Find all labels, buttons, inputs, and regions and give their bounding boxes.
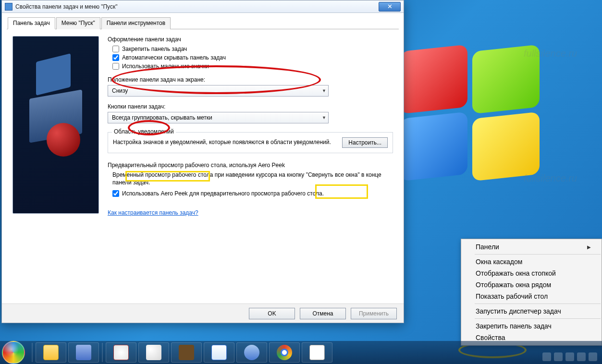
taskbar-separator [32, 343, 33, 362]
menu-lock-taskbar[interactable]: Закрепить панель задач [461, 320, 602, 332]
tab-start-menu[interactable]: Меню "Пуск" [56, 17, 100, 29]
lock-taskbar-label: Закрепить панель задач [122, 46, 187, 52]
dialog-title: Свойства панели задач и меню "Пуск" [15, 3, 376, 10]
taskbar-explorer[interactable] [36, 342, 66, 363]
taskbar-foxit[interactable] [204, 342, 234, 363]
taskbar-paint[interactable] [138, 342, 169, 363]
tab-taskbar[interactable]: Панель задач [8, 17, 55, 29]
tray-icon[interactable] [577, 352, 586, 361]
appearance-title: Оформление панели задач [108, 36, 393, 43]
wallpaper-windows-logo [400, 48, 554, 202]
taskbar-thunderbird[interactable] [236, 342, 267, 363]
tabs: Панель задач Меню "Пуск" Панели инструме… [7, 17, 399, 29]
chevron-down-icon: ▼ [322, 115, 326, 120]
titlebar: Свойства панели задач и меню "Пуск" ✕ [2, 0, 404, 13]
menu-panels[interactable]: Панели▶ [461, 241, 602, 253]
position-value: Снизу [112, 87, 128, 94]
preview-image [12, 36, 99, 214]
taskbar-properties-dialog: Свойства панели задач и меню "Пуск" ✕ Па… [1, 0, 404, 323]
taskbar-context-menu: Панели▶ Окна каскадом Отображать окна ст… [461, 239, 602, 346]
menu-separator [475, 254, 601, 255]
cancel-button[interactable]: Отмена [300, 308, 346, 319]
taskbar-snip[interactable] [106, 342, 136, 363]
small-icons-label: Использовать маленькие значки [122, 63, 209, 70]
autohide-checkbox[interactable] [112, 54, 119, 61]
autohide-label: Автоматически скрывать панель задач [122, 54, 226, 61]
tab-toolbars[interactable]: Панели инструментов [101, 17, 171, 29]
taskbar-app-1[interactable] [68, 342, 99, 363]
close-button[interactable]: ✕ [379, 2, 401, 12]
notification-text: Настройка значков и уведомлений, которые… [113, 139, 337, 146]
position-label: Положение панели задач на экране: [108, 76, 393, 83]
mail-icon [244, 345, 259, 360]
block-icon [179, 345, 194, 360]
close-icon: ✕ [387, 3, 393, 10]
help-link[interactable]: Как настраивается панель задач? [108, 209, 198, 216]
menu-show-desktop[interactable]: Показать рабочий стол [461, 291, 602, 302]
menu-stack[interactable]: Отображать окна стопкой [461, 267, 602, 279]
aero-peek-desc: Временный просмотр рабочего стола при на… [112, 171, 393, 186]
apply-button[interactable]: Применить [351, 308, 397, 319]
customize-button[interactable]: Настроить... [342, 137, 388, 148]
submenu-arrow-icon: ▶ [587, 244, 591, 250]
small-icons-checkbox[interactable] [112, 63, 119, 70]
notification-area-fieldset: Область уведомлений Настройка значков и … [108, 132, 393, 153]
tray-icon[interactable] [589, 352, 597, 361]
document-icon [309, 345, 325, 360]
dialog-icon [5, 3, 12, 11]
watermark: fullsilence.ru [524, 48, 577, 59]
menu-side-by-side[interactable]: Отображать окна рядом [461, 279, 602, 291]
menu-task-manager[interactable]: Запустить диспетчер задач [461, 305, 602, 317]
taskbar-chrome[interactable] [269, 342, 300, 363]
palette-icon [146, 345, 161, 360]
buttons-label: Кнопки панели задач: [108, 103, 393, 110]
buttons-combo[interactable]: Всегда группировать, скрывать метки ▼ [108, 112, 329, 123]
watermark: fullsilence.ru [524, 173, 577, 184]
menu-separator [475, 318, 601, 319]
start-button[interactable] [2, 341, 25, 364]
cube-icon [76, 345, 91, 360]
scissors-icon [113, 345, 129, 360]
tray-icon[interactable] [542, 352, 551, 361]
lock-taskbar-checkbox[interactable] [112, 46, 119, 52]
taskbar-separator [102, 343, 103, 362]
notification-legend: Область уведомлений [112, 128, 176, 135]
chrome-icon [277, 345, 292, 360]
aero-peek-checkbox[interactable] [112, 190, 119, 197]
position-combo[interactable]: Снизу ▼ [108, 85, 329, 97]
chevron-down-icon: ▼ [322, 88, 326, 93]
pdf-icon [211, 345, 227, 360]
system-tray[interactable] [542, 352, 597, 361]
taskbar-document[interactable] [302, 342, 332, 363]
buttons-value: Всегда группировать, скрывать метки [112, 114, 212, 121]
ok-button[interactable]: OK [249, 308, 295, 319]
dialog-button-row: OK Отмена Применить [2, 303, 404, 323]
tray-icon[interactable] [565, 352, 574, 361]
menu-separator [475, 303, 601, 304]
folder-icon [43, 345, 59, 360]
aero-peek-label: Использовать Aero Peek для предварительн… [122, 190, 324, 197]
menu-cascade[interactable]: Окна каскадом [461, 256, 602, 267]
taskbar[interactable] [0, 341, 602, 364]
aero-peek-title: Предварительный просмотр рабочего стола,… [108, 162, 393, 169]
tray-icon[interactable] [554, 352, 563, 361]
taskbar-minecraft[interactable] [171, 342, 202, 363]
